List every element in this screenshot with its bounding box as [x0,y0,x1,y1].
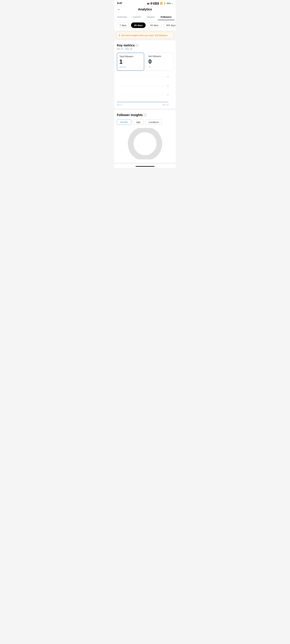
insights-title-text: Follower insights [117,113,143,117]
key-metrics-info-icon[interactable]: i [136,44,138,47]
total-followers-label: Total followers [119,55,142,58]
insights-title-row: Follower insights i [117,113,173,117]
metric-card-net-followers[interactable]: Net followers 0 +0 [146,53,173,71]
chart-area: 3 2 1 Oct 17 Nov 13 [117,74,173,106]
filter-365days[interactable]: 365 days [163,22,176,28]
metric-card-total-followers[interactable]: Total followers 1 All time [117,53,144,71]
grid-line-1: 1 [117,95,168,95]
tab-navigation: Overview Content Viewers Followers LIVE [114,13,176,20]
status-icons: 📷 🔕 ▌▌▌▌ 📶 🔋 96% ● [147,2,173,4]
grid-label-2: 2 [167,85,168,87]
mute-icon: 🔕 [150,2,153,4]
tab-followers[interactable]: Followers [158,13,174,20]
insights-info-icon[interactable]: i [144,114,146,116]
metrics-row: Total followers 1 All time Net followers… [117,53,173,71]
total-followers-value: 1 [119,59,142,65]
info-banner: ℹ Get more insights once you reach 100 f… [116,32,174,39]
insights-tab-gender[interactable]: Gender [117,119,131,125]
tab-overview[interactable]: Overview [114,13,130,20]
total-followers-sub: All time [119,66,142,68]
info-icon: ℹ [119,34,120,37]
bottom-bar [114,164,176,168]
donut-chart [124,128,166,160]
tab-viewers[interactable]: Viewers [144,13,158,20]
key-metrics-section: Key metrics i Oct 17 - Nov 13 Total foll… [114,40,176,108]
battery-icon: 🔋 [164,2,166,4]
chart-date-end: Nov 13 [162,104,168,106]
camera-icon: 📷 [147,2,150,4]
insights-tab-age[interactable]: Age [133,119,144,125]
key-metrics-title-row: Key metrics i [117,44,173,47]
chart-date-start: Oct 17 [117,104,122,106]
battery-percent: 96% [167,2,171,4]
filter-7days[interactable]: 7 days [116,22,130,28]
grid-label-1: 1 [167,94,168,96]
battery-dot: ● [172,2,173,4]
svg-point-0 [131,130,159,158]
time-filter-row: 7 days 28 days 60 days 365 days Cu [114,20,176,30]
tab-live[interactable]: LIVE [174,13,176,20]
grid-line-3: 3 [117,77,168,77]
insights-tabs: Gender Age Locations [117,119,173,125]
wifi-icon: 📶 [160,2,162,4]
donut-chart-container [117,128,173,160]
home-indicator [136,166,154,167]
net-followers-sub: +0 [148,66,171,68]
key-metrics-title: Key metrics [117,44,134,47]
chart-line [117,102,168,102]
key-metrics-date-range: Oct 17 - Nov 13 [117,48,173,50]
insights-tab-locations[interactable]: Locations [145,119,162,125]
status-time: 9:47 [117,2,122,5]
banner-text: Get more insights once you reach 100 fol… [121,34,168,37]
grid-label-3: 3 [167,76,168,78]
filter-28days[interactable]: 28 days [131,22,146,28]
page-title: Analytics [138,8,152,11]
status-bar: 9:47 📷 🔕 ▌▌▌▌ 📶 🔋 96% ● [114,0,176,6]
header: ← Analytics [114,6,176,13]
back-button[interactable]: ← [117,8,120,12]
chart-grid: 3 2 1 [117,74,173,102]
net-followers-value: 0 [148,58,171,65]
follower-insights-section: Follower insights i Gender Age Locations [114,110,176,162]
chart-dates: Oct 17 Nov 13 [117,104,173,106]
signal-icon: ▌▌▌▌ [154,2,159,4]
net-followers-label: Net followers [148,55,171,58]
filter-60days[interactable]: 60 days [147,22,162,28]
tab-content[interactable]: Content [130,13,144,20]
